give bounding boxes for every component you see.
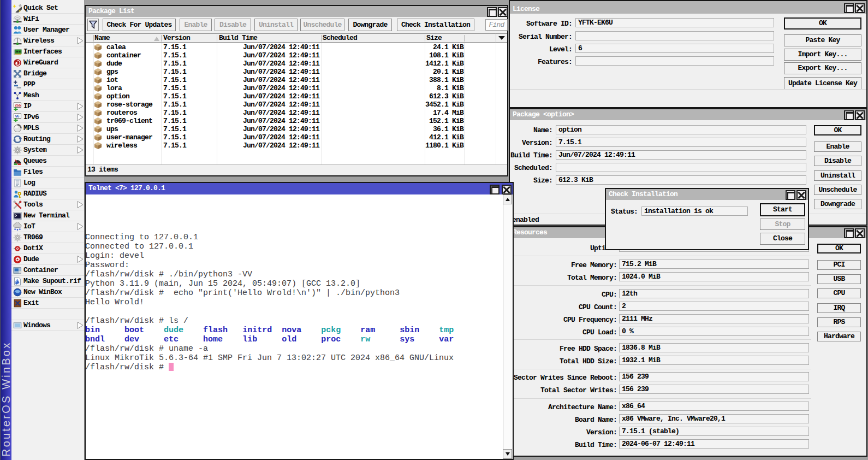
svg-text:v6: v6 xyxy=(15,114,20,119)
svg-text:255: 255 xyxy=(15,103,21,108)
